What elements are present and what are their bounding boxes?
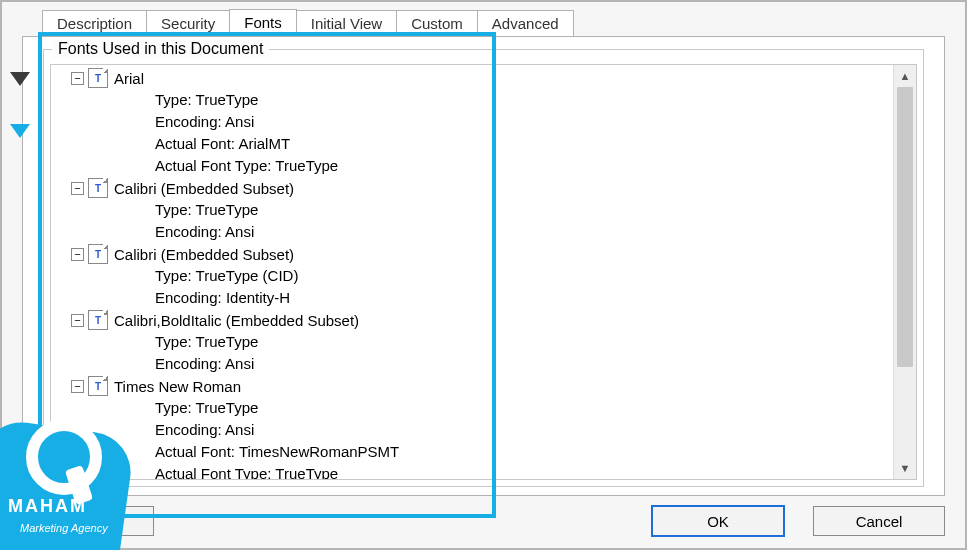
tab-initial-view[interactable]: Initial View bbox=[296, 10, 397, 36]
dialog-window: DescriptionSecurityFontsInitial ViewCust… bbox=[0, 0, 967, 550]
scroll-thumb[interactable] bbox=[897, 87, 913, 367]
expander-icon[interactable]: − bbox=[71, 380, 84, 393]
font-name-label: Times New Roman bbox=[114, 378, 241, 395]
font-detail: Encoding: Ansi bbox=[51, 111, 894, 133]
font-tree-container: −TArialType: TrueTypeEncoding: AnsiActua… bbox=[50, 64, 917, 480]
font-file-icon: T bbox=[88, 68, 108, 88]
tab-advanced[interactable]: Advanced bbox=[477, 10, 574, 36]
tab-fonts[interactable]: Fonts bbox=[229, 9, 297, 36]
tab-bar: DescriptionSecurityFontsInitial ViewCust… bbox=[2, 5, 965, 35]
font-name-label: Arial bbox=[114, 70, 144, 87]
triangle-icon bbox=[10, 72, 30, 86]
logo-subtitle: Marketing Agency bbox=[20, 522, 108, 534]
font-node[interactable]: −TTimes New Roman bbox=[51, 375, 894, 397]
tab-security[interactable]: Security bbox=[146, 10, 230, 36]
expander-icon[interactable]: − bbox=[71, 72, 84, 85]
scroll-up-button[interactable]: ▲ bbox=[894, 65, 916, 87]
cancel-button[interactable]: Cancel bbox=[813, 506, 945, 536]
font-name-label: Calibri (Embedded Subset) bbox=[114, 180, 294, 197]
expander-icon[interactable]: − bbox=[71, 182, 84, 195]
tab-description[interactable]: Description bbox=[42, 10, 147, 36]
font-detail: Encoding: Ansi bbox=[51, 221, 894, 243]
vertical-scrollbar[interactable]: ▲ ▼ bbox=[893, 65, 916, 479]
font-tree[interactable]: −TArialType: TrueTypeEncoding: AnsiActua… bbox=[51, 65, 894, 479]
left-arrow-decor bbox=[10, 72, 30, 138]
font-detail: Actual Font: ArialMT bbox=[51, 133, 894, 155]
font-node[interactable]: −TCalibri (Embedded Subset) bbox=[51, 177, 894, 199]
font-name-label: Calibri,BoldItalic (Embedded Subset) bbox=[114, 312, 359, 329]
font-file-icon: T bbox=[88, 376, 108, 396]
font-node[interactable]: −TCalibri,BoldItalic (Embedded Subset) bbox=[51, 309, 894, 331]
dialog-button-row: Help OK Cancel bbox=[22, 504, 945, 538]
fonts-groupbox: Fonts Used in this Document −TArialType:… bbox=[43, 49, 924, 487]
font-detail: Encoding: Ansi bbox=[51, 353, 894, 375]
font-name-label: Calibri (Embedded Subset) bbox=[114, 246, 294, 263]
group-label: Fonts Used in this Document bbox=[52, 40, 269, 58]
font-file-icon: T bbox=[88, 178, 108, 198]
expander-icon[interactable]: − bbox=[71, 314, 84, 327]
scroll-down-button[interactable]: ▼ bbox=[894, 457, 916, 479]
ok-button[interactable]: OK bbox=[651, 505, 785, 537]
tab-custom[interactable]: Custom bbox=[396, 10, 478, 36]
font-detail: Encoding: Ansi bbox=[51, 419, 894, 441]
font-detail: Actual Font Type: TrueType bbox=[51, 463, 894, 479]
triangle-icon bbox=[10, 124, 30, 138]
font-detail: Type: TrueType bbox=[51, 199, 894, 221]
font-detail: Type: TrueType bbox=[51, 89, 894, 111]
expander-icon[interactable]: − bbox=[71, 248, 84, 261]
font-file-icon: T bbox=[88, 244, 108, 264]
font-detail: Type: TrueType bbox=[51, 397, 894, 419]
tab-panel: Fonts Used in this Document −TArialType:… bbox=[22, 36, 945, 496]
font-file-icon: T bbox=[88, 310, 108, 330]
font-detail: Type: TrueType bbox=[51, 331, 894, 353]
maham-logo: MAHAM Marketing Agency bbox=[2, 415, 122, 545]
font-detail: Actual Font Type: TrueType bbox=[51, 155, 894, 177]
logo-magnifier-icon bbox=[26, 419, 102, 495]
logo-title: MAHAM bbox=[8, 496, 87, 517]
font-detail: Encoding: Identity-H bbox=[51, 287, 894, 309]
font-node[interactable]: −TCalibri (Embedded Subset) bbox=[51, 243, 894, 265]
font-node[interactable]: −TArial bbox=[51, 67, 894, 89]
font-detail: Type: TrueType (CID) bbox=[51, 265, 894, 287]
font-detail: Actual Font: TimesNewRomanPSMT bbox=[51, 441, 894, 463]
